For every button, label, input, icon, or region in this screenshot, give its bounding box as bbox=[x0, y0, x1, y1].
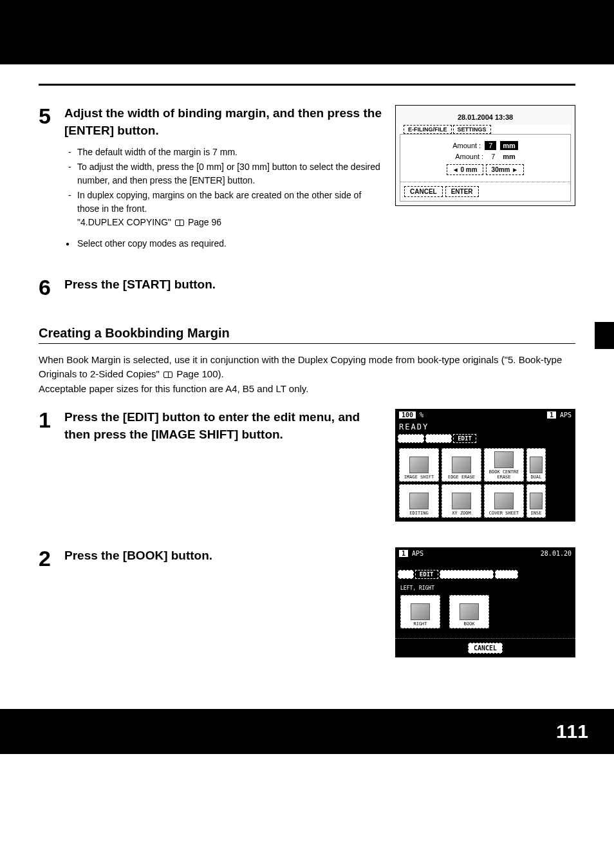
step-6-title: Press the [START] button. bbox=[64, 276, 575, 294]
step-5-bullets: The default width of the margin is 7 mm.… bbox=[64, 146, 382, 229]
cover-sheet-icon bbox=[494, 493, 514, 509]
intro-text-2: Acceptable paper sizes for this function… bbox=[39, 383, 308, 394]
copies-value: 1 bbox=[399, 550, 408, 557]
button-image-shift[interactable]: IMAGE SHIFT bbox=[399, 448, 439, 482]
button-cover-sheet[interactable]: COVER SHEET bbox=[484, 484, 524, 518]
page-footer: 111 bbox=[0, 709, 614, 754]
edge-erase-icon bbox=[452, 457, 471, 473]
button-dual[interactable]: DUAL bbox=[526, 448, 546, 482]
tab-settings[interactable]: SETTINGS bbox=[453, 125, 491, 134]
figure-screen-1: 28.01.2004 13:38 E-FILING/FILE SETTINGS … bbox=[395, 105, 575, 206]
button-cancel[interactable]: CANCEL bbox=[468, 643, 503, 654]
bullet-item: To adjust the width, press the [0 mm] or… bbox=[64, 160, 382, 187]
section-heading: Creating a Bookbinding Margin bbox=[39, 326, 575, 344]
aps-label: APS bbox=[412, 550, 423, 557]
button-cancel[interactable]: CANCEL bbox=[404, 186, 443, 197]
tab-image[interactable]: IMAGE bbox=[425, 434, 452, 443]
step-number-6: 6 bbox=[39, 276, 64, 298]
button-0mm[interactable]: ◄ 0 mm bbox=[447, 164, 483, 175]
step-number-2b: 2 bbox=[39, 547, 64, 569]
book-option-icon bbox=[460, 603, 479, 620]
figure-screen-2: 100 % 1 APS READY BASIC IMAGE EDIT IMAGE… bbox=[395, 409, 575, 522]
dual-icon bbox=[530, 457, 543, 473]
amount-value-2: 7 bbox=[487, 153, 499, 160]
amount-label: Amount : bbox=[455, 153, 483, 160]
step-2b-title: Press the [BOOK] button. bbox=[64, 547, 382, 565]
lcd-screen-book: 1 APS 28.01.20 GE EDIT E-FILING/FILE SET… bbox=[395, 547, 575, 657]
bullet-item: In duplex copying, margins on the back a… bbox=[64, 189, 382, 229]
amount-unit-2: mm bbox=[503, 153, 516, 160]
right-icon bbox=[411, 603, 430, 620]
ready-label: READY bbox=[395, 421, 575, 433]
amount-row-front: Amount : 7 mm bbox=[407, 141, 564, 150]
zoom-value: 100 bbox=[399, 411, 416, 419]
tab-sett[interactable]: SETT bbox=[495, 570, 518, 579]
step-number-1b: 1 bbox=[39, 409, 64, 431]
amount-row-back: Amount : 7 mm bbox=[407, 153, 564, 160]
dot-bullet: Select other copy modes as required. bbox=[64, 237, 382, 250]
button-right[interactable]: RIGHT bbox=[400, 595, 440, 628]
aps-label: APS bbox=[560, 411, 572, 419]
page-content: 5 Adjust the width of binding margin, an… bbox=[0, 64, 614, 657]
button-30mm[interactable]: 30mm ► bbox=[486, 164, 525, 175]
button-enter[interactable]: ENTER bbox=[445, 186, 479, 197]
intro-paragraph: When Book Margin is selected, use it in … bbox=[39, 353, 575, 397]
amount-label: Amount : bbox=[452, 142, 481, 149]
step-1b-row: 1 Press the [EDIT] button to enter the e… bbox=[39, 409, 575, 522]
book-icon bbox=[163, 372, 172, 378]
tab-basic[interactable]: BASIC bbox=[398, 434, 424, 443]
page-number: 111 bbox=[556, 721, 588, 742]
editing-icon bbox=[409, 493, 429, 509]
step-number-5: 5 bbox=[39, 105, 64, 127]
bullet-text: In duplex copying, margins on the back a… bbox=[77, 190, 361, 214]
step-6-row: 6 Press the [START] button. bbox=[39, 276, 575, 300]
left-right-label: LEFT, RIGHT bbox=[400, 585, 570, 591]
button-inse[interactable]: INSE bbox=[526, 484, 546, 518]
amount-value-1: 7 bbox=[485, 141, 496, 150]
tab-efiling[interactable]: E-FILING/FILE bbox=[404, 125, 452, 134]
button-edge-erase[interactable]: EDGE ERASE bbox=[442, 448, 481, 482]
inse-icon bbox=[530, 493, 543, 509]
tab-efiling[interactable]: E-FILING/FILE bbox=[440, 570, 494, 579]
button-book[interactable]: BOOK bbox=[449, 595, 489, 628]
lcd-screen-edit: 100 % 1 APS READY BASIC IMAGE EDIT IMAGE… bbox=[395, 409, 575, 522]
book-icon bbox=[175, 220, 184, 226]
intro-text-1: When Book Margin is selected, use it in … bbox=[39, 354, 562, 380]
button-editing[interactable]: EDITING bbox=[399, 484, 439, 518]
lcd-date: 28.01.20 bbox=[541, 550, 572, 557]
reference-page: Page 96 bbox=[188, 217, 221, 227]
reference-text: "4.DUPLEX COPYING" bbox=[77, 217, 171, 227]
intro-page-ref: Page 100). bbox=[176, 368, 223, 379]
step-2b-row: 2 Press the [BOOK] button. 1 APS 28.01.2… bbox=[39, 547, 575, 657]
xy-zoom-icon bbox=[452, 493, 471, 509]
image-shift-icon bbox=[409, 457, 429, 473]
tab-edit[interactable]: EDIT bbox=[415, 570, 438, 579]
button-xy-zoom[interactable]: XY ZOOM bbox=[442, 484, 481, 518]
lcd-datetime: 28.01.2004 13:38 bbox=[400, 109, 571, 125]
step-1b-title: Press the [EDIT] button to enter the edi… bbox=[64, 409, 382, 443]
bullet-item: The default width of the margin is 7 mm. bbox=[64, 146, 382, 159]
tab-edit[interactable]: EDIT bbox=[453, 434, 476, 443]
top-rule bbox=[39, 84, 575, 86]
copies-value: 1 bbox=[547, 411, 556, 419]
figure-screen-3: 1 APS 28.01.20 GE EDIT E-FILING/FILE SET… bbox=[395, 547, 575, 657]
amount-unit-1: mm bbox=[500, 141, 518, 150]
zoom-pct: % bbox=[420, 411, 423, 419]
tab-ge[interactable]: GE bbox=[398, 570, 414, 579]
book-centre-icon bbox=[494, 451, 514, 468]
button-book-centre-erase[interactable]: BOOK CENTRE ERASE bbox=[484, 448, 524, 482]
header-black-bar bbox=[0, 0, 614, 64]
step-5-title: Adjust the width of binding margin, and … bbox=[64, 105, 382, 139]
step-5-row: 5 Adjust the width of binding margin, an… bbox=[39, 105, 575, 250]
lcd-tabs: E-FILING/FILE SETTINGS bbox=[400, 125, 571, 134]
